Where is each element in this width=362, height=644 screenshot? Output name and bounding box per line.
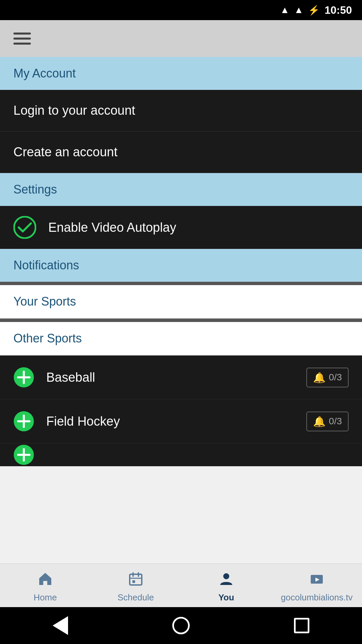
home-label: Home bbox=[34, 592, 57, 603]
bottom-nav: Home Schedule You bbox=[0, 564, 362, 607]
status-bar: ▲ ▲ ⚡ 10:50 bbox=[0, 0, 362, 20]
your-sports-label: Your Sports bbox=[13, 294, 76, 308]
status-icons: ▲ ▲ ⚡ 10:50 bbox=[280, 4, 352, 16]
settings-section-header: Settings bbox=[0, 173, 362, 206]
my-account-section: Login to your account Create an account bbox=[0, 90, 362, 173]
third-sport-item[interactable] bbox=[0, 443, 362, 466]
checkmark-icon bbox=[13, 216, 36, 239]
baseball-add-icon bbox=[13, 367, 34, 388]
svg-rect-11 bbox=[130, 574, 142, 585]
your-sports-section[interactable]: Your Sports bbox=[0, 285, 362, 319]
recents-icon bbox=[294, 618, 309, 633]
third-sport-add-icon bbox=[13, 444, 34, 465]
back-icon bbox=[53, 616, 68, 635]
other-sports-section[interactable]: Other Sports bbox=[0, 322, 362, 356]
home-button[interactable] bbox=[169, 614, 193, 637]
baseball-item[interactable]: Baseball 🔔 0/3 bbox=[0, 356, 362, 399]
you-label: You bbox=[218, 592, 234, 603]
field-hockey-notification-badge[interactable]: 🔔 0/3 bbox=[306, 412, 349, 431]
svg-point-0 bbox=[14, 217, 36, 238]
tv-icon bbox=[309, 572, 324, 590]
field-hockey-item[interactable]: Field Hockey 🔔 0/3 bbox=[0, 399, 362, 443]
other-sports-label: Other Sports bbox=[13, 331, 82, 345]
nav-you[interactable]: You bbox=[181, 568, 272, 603]
schedule-icon bbox=[128, 572, 143, 590]
login-item[interactable]: Login to your account bbox=[0, 90, 362, 131]
baseball-label: Baseball bbox=[46, 370, 294, 385]
login-label: Login to your account bbox=[13, 103, 135, 117]
baseball-badge-count: 0/3 bbox=[329, 372, 342, 383]
home-circle-icon bbox=[172, 617, 190, 634]
header bbox=[0, 20, 362, 57]
svg-point-16 bbox=[223, 573, 229, 579]
notifications-label: Notifications bbox=[13, 258, 79, 272]
nav-tv[interactable]: gocolumbialions.tv bbox=[272, 568, 362, 603]
field-hockey-bell-icon: 🔔 bbox=[313, 416, 325, 427]
baseball-notification-badge[interactable]: 🔔 0/3 bbox=[306, 368, 349, 387]
separator-2 bbox=[0, 319, 362, 322]
recents-button[interactable] bbox=[290, 614, 313, 637]
create-account-label: Create an account bbox=[13, 145, 118, 159]
separator-1 bbox=[0, 282, 362, 285]
wifi-icon: ▲ bbox=[280, 5, 290, 15]
tv-label: gocolumbialions.tv bbox=[281, 592, 353, 603]
you-icon bbox=[219, 572, 234, 590]
schedule-label: Schedule bbox=[118, 592, 154, 603]
notifications-section-header: Notifications bbox=[0, 249, 362, 282]
back-button[interactable] bbox=[49, 614, 72, 637]
battery-icon: ⚡ bbox=[308, 5, 320, 16]
sports-list: Baseball 🔔 0/3 Field Hockey 🔔 0/3 bbox=[0, 356, 362, 466]
field-hockey-badge-count: 0/3 bbox=[329, 416, 342, 427]
hamburger-icon[interactable] bbox=[13, 33, 31, 45]
field-hockey-add-icon bbox=[13, 411, 34, 432]
svg-marker-10 bbox=[39, 573, 51, 585]
my-account-label: My Account bbox=[13, 66, 76, 80]
nav-schedule[interactable]: Schedule bbox=[90, 568, 181, 603]
settings-label: Settings bbox=[13, 182, 57, 196]
my-account-section-header: My Account bbox=[0, 57, 362, 90]
signal-icon: ▲ bbox=[294, 5, 303, 15]
settings-section: Enable Video Autoplay bbox=[0, 206, 362, 249]
autoplay-label: Enable Video Autoplay bbox=[48, 220, 176, 235]
baseball-bell-icon: 🔔 bbox=[313, 372, 325, 383]
home-icon bbox=[38, 572, 53, 590]
nav-home[interactable]: Home bbox=[0, 568, 90, 603]
field-hockey-label: Field Hockey bbox=[46, 414, 294, 429]
autoplay-item[interactable]: Enable Video Autoplay bbox=[0, 206, 362, 249]
status-time: 10:50 bbox=[324, 4, 352, 16]
svg-rect-15 bbox=[132, 580, 135, 583]
create-account-item[interactable]: Create an account bbox=[0, 131, 362, 173]
system-nav-bar bbox=[0, 607, 362, 644]
